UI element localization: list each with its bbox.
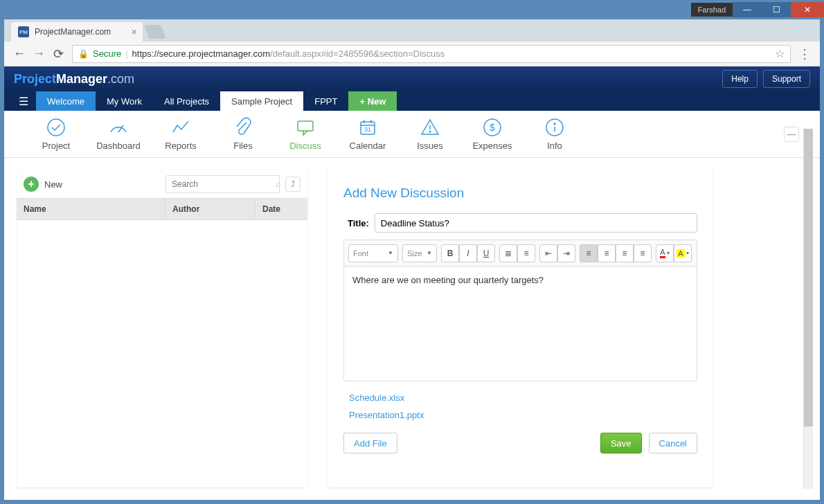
editor-body[interactable]: Where are we on meeting our quarterly ta… xyxy=(344,267,697,381)
list-header: Name Author Date xyxy=(17,198,307,220)
align-right-button[interactable]: ≡ xyxy=(616,244,634,262)
bold-button[interactable]: B xyxy=(441,244,459,262)
tool-dashboard[interactable]: Dashboard xyxy=(87,117,150,151)
align-justify-button[interactable]: ≡ xyxy=(634,244,652,262)
tool-files[interactable]: Files xyxy=(212,117,274,151)
browser-tab[interactable]: PM ProjectManager.com × xyxy=(11,22,143,42)
tool-info[interactable]: Info xyxy=(523,117,586,151)
col-author[interactable]: Author xyxy=(165,199,256,219)
window-user-label: Farshad xyxy=(691,3,733,17)
app-logo[interactable]: ProjectManager.com xyxy=(14,72,134,87)
secure-label: Secure xyxy=(93,48,121,59)
font-dropdown[interactable]: Font▼ xyxy=(348,244,398,262)
tool-calendar[interactable]: 31 Calendar xyxy=(337,117,399,151)
indent-button[interactable]: ⇥ xyxy=(557,244,575,262)
share-button[interactable]: ⤴ xyxy=(285,177,301,192)
svg-text:31: 31 xyxy=(364,126,371,133)
tab-welcome[interactable]: Welcome xyxy=(36,91,96,111)
window-minimize-button[interactable]: — xyxy=(733,2,762,17)
editor-toolbar: Font▼ Size▼ B I U ≣ ≡ ⇤ xyxy=(344,240,697,267)
tool-reports[interactable]: Reports xyxy=(150,117,212,151)
paperclip-icon xyxy=(233,117,253,138)
gauge-icon xyxy=(108,117,129,138)
forward-button[interactable]: → xyxy=(29,44,48,64)
url-host: https://secure.projectmanager.com xyxy=(132,48,270,59)
number-list-button[interactable]: ≡ xyxy=(517,244,535,262)
project-toolbar: Project Dashboard Reports Files Discuss … xyxy=(4,111,820,158)
reload-button[interactable]: ⟳ xyxy=(48,44,68,64)
bookmark-icon[interactable]: ☆ xyxy=(775,47,785,60)
hamburger-icon[interactable]: ☰ xyxy=(11,91,36,111)
app-header: ProjectManager.com Help Support xyxy=(4,66,820,91)
search-input[interactable]: ⌕ xyxy=(165,175,280,193)
col-date[interactable]: Date xyxy=(256,204,307,214)
svg-point-14 xyxy=(554,123,555,125)
add-discussion-button[interactable]: + xyxy=(24,177,39,192)
tab-mywork[interactable]: My Work xyxy=(96,91,153,111)
browser-menu-button[interactable]: ⋮ xyxy=(795,46,814,62)
svg-rect-2 xyxy=(298,121,313,131)
window-maximize-button[interactable]: ☐ xyxy=(762,2,791,17)
list-body xyxy=(17,220,307,417)
dollar-icon: $ xyxy=(482,117,503,138)
new-tab-button[interactable] xyxy=(144,25,165,39)
check-circle-icon xyxy=(46,117,66,138)
tool-project[interactable]: Project xyxy=(25,117,87,151)
browser-tab-title: ProjectManager.com xyxy=(35,27,111,37)
calendar-icon: 31 xyxy=(357,117,378,138)
save-button[interactable]: Save xyxy=(600,433,642,453)
svg-text:$: $ xyxy=(490,122,495,133)
attachment-link[interactable]: Presentation1.pptx xyxy=(349,410,697,420)
underline-button[interactable]: U xyxy=(477,244,495,262)
add-discussion-label: New xyxy=(44,179,62,190)
cancel-button[interactable]: Cancel xyxy=(649,433,697,453)
align-left-button[interactable]: ≡ xyxy=(580,244,598,262)
info-icon xyxy=(544,117,565,138)
lock-icon: 🔒 xyxy=(78,49,89,59)
title-label: Title: xyxy=(348,218,369,228)
search-field[interactable] xyxy=(172,179,276,189)
align-center-button[interactable]: ≡ xyxy=(598,244,616,262)
window-close-button[interactable]: ✕ xyxy=(791,2,824,17)
tab-allprojects[interactable]: All Projects xyxy=(153,91,220,111)
outdent-button[interactable]: ⇤ xyxy=(539,244,557,262)
tool-expenses[interactable]: $ Expenses xyxy=(461,117,523,151)
app-tabs: ☰ Welcome My Work All Projects Sample Pr… xyxy=(4,91,820,111)
chat-icon xyxy=(295,117,316,138)
form-heading: Add New Discussion xyxy=(343,186,697,201)
text-color-button[interactable]: A▾ xyxy=(656,244,674,262)
browser-toolbar: ← → ⟳ 🔒 Secure | https://secure.projectm… xyxy=(4,42,820,66)
browser-tab-strip: PM ProjectManager.com × xyxy=(4,19,820,42)
collapse-toolbar-button[interactable]: — xyxy=(784,127,799,142)
svg-point-0 xyxy=(48,119,64,136)
tab-sample-project[interactable]: Sample Project xyxy=(220,91,303,111)
tab-fppt[interactable]: FPPT xyxy=(303,91,348,111)
search-icon: ⌕ xyxy=(276,179,280,189)
col-name[interactable]: Name xyxy=(17,199,165,219)
window-titlebar: Farshad — ☐ ✕ xyxy=(0,0,824,19)
support-button[interactable]: Support xyxy=(763,70,810,88)
attachment-link[interactable]: Schedule.xlsx xyxy=(349,393,697,403)
favicon-icon: PM xyxy=(18,26,29,37)
discussion-form-panel: Add New Discussion Title: Font▼ Size▼ B … xyxy=(328,170,713,487)
tool-issues[interactable]: Issues xyxy=(399,117,461,151)
highlight-button[interactable]: A▾ xyxy=(674,244,692,262)
svg-point-10 xyxy=(429,131,431,132)
warning-icon xyxy=(420,117,440,138)
close-tab-icon[interactable]: × xyxy=(132,26,137,37)
chart-line-icon xyxy=(170,117,191,138)
discussion-list-panel: + New ⌕ ⤴ Name Author Date xyxy=(17,170,307,487)
add-file-button[interactable]: Add File xyxy=(343,433,397,453)
address-bar[interactable]: 🔒 Secure | https://secure.projectmanager… xyxy=(72,45,791,63)
attachment-list: Schedule.xlsx Presentation1.pptx xyxy=(343,393,697,420)
url-path: /default.aspx#id=2485596&section=Discuss xyxy=(270,48,445,59)
tab-new[interactable]: + New xyxy=(348,91,397,111)
bullet-list-button[interactable]: ≣ xyxy=(499,244,517,262)
help-button[interactable]: Help xyxy=(722,70,758,88)
page-scrollbar[interactable] xyxy=(803,129,813,489)
tool-discuss[interactable]: Discuss xyxy=(274,117,337,151)
back-button[interactable]: ← xyxy=(10,44,29,64)
size-dropdown[interactable]: Size▼ xyxy=(402,244,437,262)
title-input[interactable] xyxy=(375,213,697,233)
italic-button[interactable]: I xyxy=(459,244,477,262)
